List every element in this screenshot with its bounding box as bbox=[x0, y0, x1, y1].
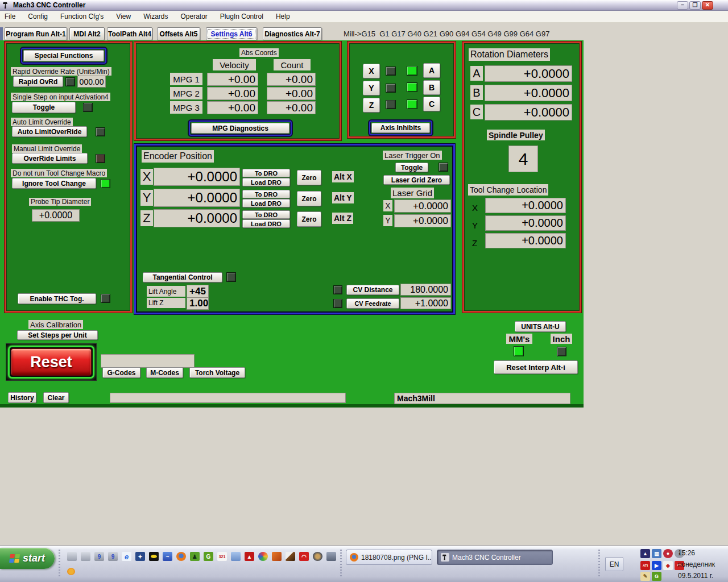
gcodes-button[interactable]: G-Codes bbox=[102, 367, 140, 378]
tray-display-icon[interactable]: ▥ bbox=[652, 549, 661, 558]
inhibit-a-button[interactable]: A bbox=[423, 63, 440, 78]
paint-tool-icon[interactable] bbox=[272, 552, 282, 561]
lift-z-dro[interactable]: 1.00 bbox=[187, 297, 209, 310]
laser-x-dro[interactable]: +0.0000 bbox=[394, 199, 451, 213]
mpg3-velocity-dro[interactable]: +0.00 bbox=[207, 101, 258, 114]
calendar-icon[interactable]: 321 bbox=[217, 552, 227, 561]
floppy-save-icon[interactable] bbox=[326, 552, 336, 561]
encoder-x-load-dro-button[interactable]: Load DRO bbox=[242, 178, 290, 186]
batman-icon[interactable] bbox=[149, 552, 159, 561]
inhibit-y-button[interactable]: Y bbox=[363, 81, 380, 95]
minimize-button[interactable]: – bbox=[677, 1, 688, 10]
mpg1-count-dro[interactable]: +0.00 bbox=[267, 73, 316, 86]
taskbar-handle[interactable] bbox=[340, 550, 342, 578]
menu-view[interactable]: View bbox=[116, 13, 131, 20]
removable-drive-icon[interactable]: 9 bbox=[108, 552, 118, 561]
media-wave-icon[interactable]: ~ bbox=[163, 552, 172, 561]
menu-file[interactable]: File bbox=[5, 13, 15, 20]
tab-program-run[interactable]: Program Run Alt-1 bbox=[5, 27, 67, 40]
ignore-tool-change-button[interactable]: Ignore Tool Change bbox=[12, 178, 96, 189]
laser-grid-zero-button[interactable]: Laser Grid Zero bbox=[383, 175, 450, 185]
tab-diagnostics[interactable]: Diagnostics Alt-7 bbox=[263, 27, 322, 40]
cv-feedrate-dro[interactable]: +1.0000 bbox=[400, 297, 451, 309]
encoder-z-dro[interactable]: +0.0000 bbox=[154, 209, 240, 227]
single-step-toggle-button[interactable]: Toggle bbox=[12, 102, 76, 113]
tangential-control-button[interactable]: Tangential Control bbox=[143, 272, 222, 282]
menu-wizards[interactable]: Wizards bbox=[143, 13, 168, 20]
inhibit-b-button[interactable]: B bbox=[423, 80, 440, 95]
tweak-tool-icon[interactable] bbox=[67, 568, 75, 575]
encoder-y-dro[interactable]: +0.0000 bbox=[154, 189, 240, 207]
encoder-y-load-dro-button[interactable]: Load DRO bbox=[242, 199, 290, 207]
encoder-z-to-dro-button[interactable]: To DRO bbox=[242, 210, 290, 219]
mcodes-button[interactable]: M-Codes bbox=[146, 367, 183, 378]
tray-diamond-icon[interactable]: ◆ bbox=[663, 561, 673, 570]
encoder-y-zero-button[interactable]: Zero bbox=[297, 191, 321, 206]
tab-offsets[interactable]: Offsets Alt5 bbox=[157, 27, 200, 40]
pencil-icon[interactable] bbox=[286, 552, 295, 561]
clear-button[interactable]: Clear bbox=[43, 392, 69, 403]
rotation-b-dro[interactable]: +0.0000 bbox=[485, 85, 572, 101]
tab-settings[interactable]: Settings Alt6 bbox=[206, 27, 257, 40]
menu-config[interactable]: Config bbox=[28, 13, 48, 20]
rapid-ovrd-button[interactable]: Rapid OvRd bbox=[13, 76, 63, 87]
laser-toggle-button[interactable]: Toggle bbox=[395, 163, 428, 172]
internet-explorer-icon[interactable]: e bbox=[122, 552, 131, 561]
rapid-rate-dro[interactable]: 000.00 bbox=[77, 76, 106, 88]
reset-interp-button[interactable]: Reset Interp Alt-i bbox=[494, 360, 578, 374]
mpg-diagnostics-button[interactable]: MPG Diagnostics bbox=[191, 123, 289, 134]
encoder-z-load-dro-button[interactable]: Load DRO bbox=[242, 219, 290, 228]
encoder-z-zero-button[interactable]: Zero bbox=[297, 211, 321, 227]
tool-change-z-dro[interactable]: +0.0000 bbox=[485, 233, 566, 248]
inhibit-z-button[interactable]: Z bbox=[363, 98, 380, 113]
avira-icon[interactable]: ◠ bbox=[299, 552, 309, 561]
documents-icon[interactable] bbox=[231, 552, 241, 561]
media-player-icon[interactable] bbox=[258, 552, 268, 561]
inhibit-c-button[interactable]: C bbox=[423, 97, 440, 111]
cv-distance-button[interactable]: CV Distance bbox=[346, 285, 399, 295]
mpg3-count-dro[interactable]: +0.00 bbox=[267, 101, 316, 114]
spindle-pulley-dro[interactable]: 4 bbox=[508, 146, 538, 172]
override-limits-button[interactable]: OverRide Limits bbox=[12, 153, 88, 164]
language-indicator[interactable]: EN bbox=[605, 557, 623, 571]
daemon-tools-icon[interactable]: ✦ bbox=[135, 552, 145, 561]
mpg2-velocity-dro[interactable]: +0.00 bbox=[207, 87, 258, 100]
inhibit-x-button[interactable]: X bbox=[363, 64, 380, 78]
restore-button[interactable]: ❐ bbox=[689, 1, 701, 10]
menu-plugin-control[interactable]: PlugIn Control bbox=[220, 13, 263, 20]
hard-drive-icon[interactable] bbox=[81, 552, 90, 561]
reset-button[interactable]: Reset bbox=[6, 343, 97, 381]
history-button[interactable]: History bbox=[8, 392, 36, 403]
taskbar-window-png[interactable]: 18180708.png (PNG I... bbox=[346, 550, 432, 565]
torch-voltage-button[interactable]: Torch Voltage bbox=[189, 367, 245, 378]
close-button[interactable]: ✕ bbox=[702, 1, 713, 10]
taskbar-window-mach3[interactable]: Mach3 CNC Controller bbox=[437, 550, 553, 565]
tray-wizard-icon[interactable]: ▲ bbox=[640, 549, 650, 558]
g-launcher-icon[interactable]: G bbox=[204, 552, 213, 561]
tray-g-icon[interactable]: G bbox=[652, 572, 661, 581]
rotation-a-dro[interactable]: +0.0000 bbox=[485, 65, 572, 82]
start-button[interactable]: start bbox=[0, 548, 55, 569]
axis-inhibits-button[interactable]: Axis Inhibits bbox=[371, 123, 430, 133]
cv-feedrate-button[interactable]: CV Feedrate bbox=[346, 298, 399, 309]
cv-distance-dro[interactable]: 180.0000 bbox=[400, 284, 451, 296]
set-steps-button[interactable]: Set Steps per Unit bbox=[17, 330, 98, 340]
rotation-c-dro[interactable]: +0.0000 bbox=[485, 104, 572, 120]
tray-player-icon[interactable]: ▶ bbox=[652, 561, 661, 570]
mpg1-velocity-dro[interactable]: +0.00 bbox=[207, 73, 258, 86]
enable-thc-button[interactable]: Enable THC Tog. bbox=[18, 293, 96, 304]
tray-notes-icon[interactable]: ✎ bbox=[640, 572, 650, 581]
hard-drive-icon[interactable] bbox=[67, 552, 77, 561]
tray-security-shield-icon[interactable]: ● bbox=[663, 549, 673, 558]
menu-help[interactable]: Help bbox=[276, 13, 290, 20]
special-functions-button[interactable]: Special Functions bbox=[23, 50, 104, 61]
adobe-reader-icon[interactable]: ▲ bbox=[245, 552, 254, 561]
photo-disc-icon[interactable] bbox=[313, 552, 322, 561]
menu-function-cfgs[interactable]: Function Cfg's bbox=[60, 13, 104, 20]
encoder-x-to-dro-button[interactable]: To DRO bbox=[242, 169, 290, 177]
lift-angle-dro[interactable]: +45 bbox=[187, 285, 209, 298]
units-button[interactable]: UNITS Alt-U bbox=[515, 321, 566, 332]
tool-change-y-dro[interactable]: +0.0000 bbox=[485, 215, 566, 231]
probe-tip-dro[interactable]: +0.0000 bbox=[32, 209, 80, 222]
encoder-x-zero-button[interactable]: Zero bbox=[297, 170, 321, 185]
